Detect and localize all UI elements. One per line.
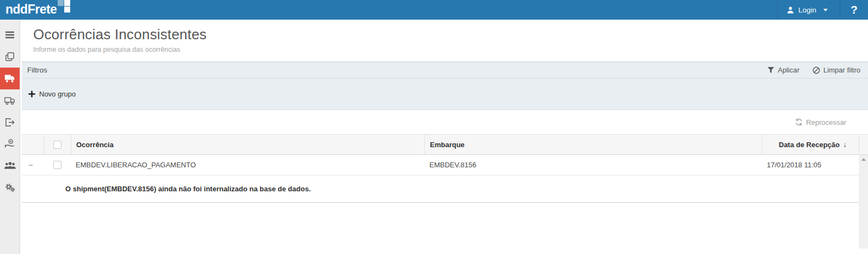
row-checkbox-cell	[44, 161, 71, 169]
scroll-up-icon	[861, 158, 866, 161]
select-all-checkbox[interactable]	[53, 141, 61, 149]
header-filler-cell	[859, 135, 868, 154]
cell-data-recepcao: 17/01/2018 11:05	[762, 161, 859, 169]
table-header-row: Ocorrência Embarque Data de Recepção ↓	[22, 134, 868, 155]
login-menu[interactable]: Login	[777, 0, 840, 20]
user-icon	[786, 6, 795, 14]
sidebar-item-payments[interactable]	[0, 133, 20, 155]
filter-icon	[767, 66, 774, 74]
menu-icon	[5, 31, 15, 39]
column-header-data-recepcao[interactable]: Data de Recepção ↓	[762, 135, 859, 154]
sidebar-item-export[interactable]	[0, 111, 20, 133]
grid-toolbar: Reprocessar	[22, 110, 868, 134]
clear-filter-button[interactable]: Limpar filtro	[812, 66, 860, 74]
sidebar-item-settings[interactable]	[0, 177, 20, 198]
column-header-label: Ocorrência	[76, 141, 114, 149]
collapse-row-button[interactable]: −	[22, 160, 44, 170]
column-header-label: Embarque	[430, 141, 465, 149]
scroll-up-button[interactable]	[859, 155, 868, 164]
sidebar-item-delivery[interactable]	[0, 89, 20, 111]
column-header-ocorrencia[interactable]: Ocorrência	[71, 135, 424, 154]
row-checkbox[interactable]	[53, 161, 61, 169]
new-group-button[interactable]: Novo grupo	[28, 90, 76, 98]
truck-icon	[4, 74, 15, 83]
new-group-label: Novo grupo	[39, 90, 76, 98]
expand-column-header	[22, 135, 44, 154]
sidebar	[0, 20, 20, 254]
sidebar-item-users[interactable]	[0, 155, 20, 177]
delivery-truck-icon	[4, 96, 15, 105]
cell-embarque: EMBDEV.8156	[424, 161, 762, 169]
help-icon: ?	[851, 3, 858, 16]
sidebar-item-shipments[interactable]	[0, 68, 20, 89]
help-button[interactable]: ?	[840, 0, 868, 20]
logo-grid-icon	[58, 0, 71, 13]
refresh-icon	[795, 118, 803, 126]
filter-group-band: Novo grupo	[22, 78, 868, 110]
column-header-embarque[interactable]: Embarque	[424, 135, 762, 154]
app-logo[interactable]: nddFrete	[0, 0, 71, 20]
settings-gears-icon	[4, 183, 16, 192]
cancel-circle-icon	[812, 66, 820, 74]
filters-title: Filtros	[27, 66, 47, 74]
reprocess-label: Reprocessar	[806, 118, 846, 126]
sidebar-item-documents[interactable]	[0, 46, 20, 68]
vertical-scrollbar[interactable]	[859, 155, 868, 249]
topbar: nddFrete Login ?	[0, 0, 868, 20]
payment-hand-icon	[4, 139, 15, 149]
page-subtitle: Informe os dados para pesquisa das ocorr…	[33, 46, 868, 53]
users-icon	[4, 161, 16, 170]
table-body: − EMBDEV.LIBERACAO_PAGAMENTO EMBDEV.8156…	[22, 155, 868, 249]
cell-ocorrencia: EMBDEV.LIBERACAO_PAGAMENTO	[71, 161, 424, 169]
reprocess-button[interactable]: Reprocessar	[795, 118, 846, 126]
page-title: Ocorrências Inconsistentes	[33, 26, 868, 43]
chevron-down-icon	[823, 9, 828, 11]
table-row: − EMBDEV.LIBERACAO_PAGAMENTO EMBDEV.8156…	[22, 155, 859, 176]
apply-filter-label: Aplicar	[778, 66, 799, 74]
plus-icon	[28, 90, 35, 98]
main-content: Ocorrências Inconsistentes Informe os da…	[20, 20, 868, 254]
app-logo-text: nddFrete	[5, 0, 57, 19]
select-all-cell	[44, 135, 71, 154]
documents-icon	[5, 52, 15, 62]
occurrences-table: Ocorrência Embarque Data de Recepção ↓ −	[22, 134, 868, 249]
sidebar-item-menu[interactable]	[0, 24, 20, 46]
sort-desc-icon: ↓	[843, 140, 847, 149]
column-header-label: Data de Recepção	[779, 141, 840, 149]
login-label: Login	[798, 6, 816, 14]
sign-out-icon	[5, 118, 15, 127]
apply-filter-button[interactable]: Aplicar	[767, 66, 799, 74]
clear-filter-label: Limpar filtro	[823, 66, 860, 74]
page-header: Ocorrências Inconsistentes Informe os da…	[22, 20, 868, 53]
row-detail-message: O shipment(EMBDEV.8156) ainda não foi in…	[22, 176, 859, 203]
filters-bar: Filtros Aplicar Limpar filtro	[22, 62, 868, 78]
